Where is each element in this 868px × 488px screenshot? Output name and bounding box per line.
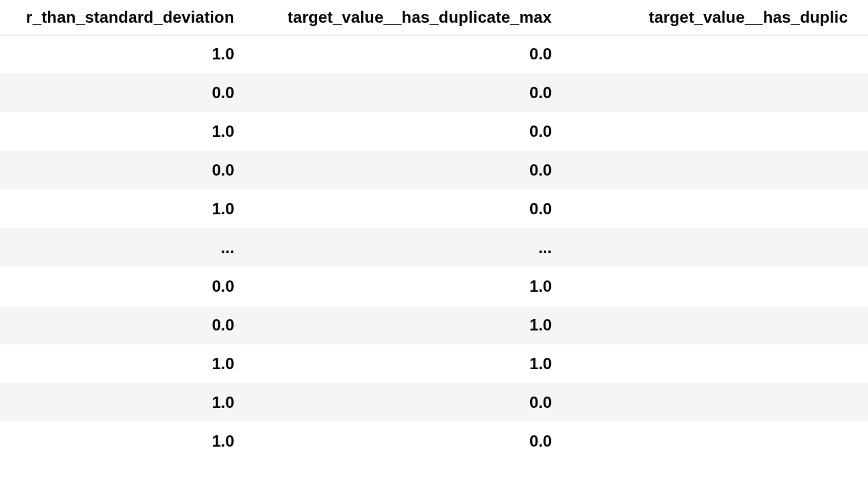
table-cell [572,73,868,112]
table-row: 1.0 0.0 [0,112,868,151]
table-row: 1.0 0.0 [0,35,868,73]
table-cell: 1.0 [0,344,254,383]
table-cell [572,35,868,73]
table-cell: 0.0 [254,190,572,228]
table-row: 0.0 1.0 [0,306,868,344]
table-cell: 0.0 [254,151,572,190]
table-cell [572,267,868,306]
table-cell: 1.0 [254,267,572,306]
table-cell: 1.0 [0,112,254,151]
table-cell: 1.0 [0,190,254,228]
table-cell: 0.0 [254,73,572,112]
table-cell: 0.0 [0,73,254,112]
table-row: 1.0 0.0 [0,422,868,461]
table-cell: 1.0 [0,35,254,73]
table-cell: 0.0 [0,151,254,190]
table-row: 0.0 1.0 [0,267,868,306]
column-header[interactable]: target_value__has_duplicate_max [254,0,572,35]
table-cell [572,151,868,190]
table-cell: 1.0 [254,344,572,383]
table-cell: 0.0 [254,383,572,422]
table-cell: 1.0 [0,383,254,422]
table-cell [572,383,868,422]
table-row: 1.0 1.0 [0,344,868,383]
table-cell: 0.0 [254,35,572,73]
table-cell-ellipsis [572,228,868,267]
table-cell: 0.0 [254,422,572,461]
dataframe-table-container: r_than_standard_deviation target_value__… [0,0,868,461]
dataframe-table: r_than_standard_deviation target_value__… [0,0,868,461]
table-cell: 1.0 [254,306,572,344]
table-cell [572,306,868,344]
column-header[interactable]: r_than_standard_deviation [0,0,254,35]
table-cell-ellipsis: ... [0,228,254,267]
table-cell: 0.0 [0,267,254,306]
table-cell: 0.0 [0,306,254,344]
table-header-row: r_than_standard_deviation target_value__… [0,0,868,35]
column-header[interactable]: target_value__has_duplic [572,0,868,35]
table-row-ellipsis: ... ... [0,228,868,267]
table-cell [572,190,868,228]
table-cell: 0.0 [254,112,572,151]
table-cell [572,112,868,151]
table-row: 0.0 0.0 [0,151,868,190]
table-cell-ellipsis: ... [254,228,572,267]
table-row: 0.0 0.0 [0,73,868,112]
table-cell [572,344,868,383]
table-row: 1.0 0.0 [0,383,868,422]
table-row: 1.0 0.0 [0,190,868,228]
table-cell: 1.0 [0,422,254,461]
table-cell [572,422,868,461]
